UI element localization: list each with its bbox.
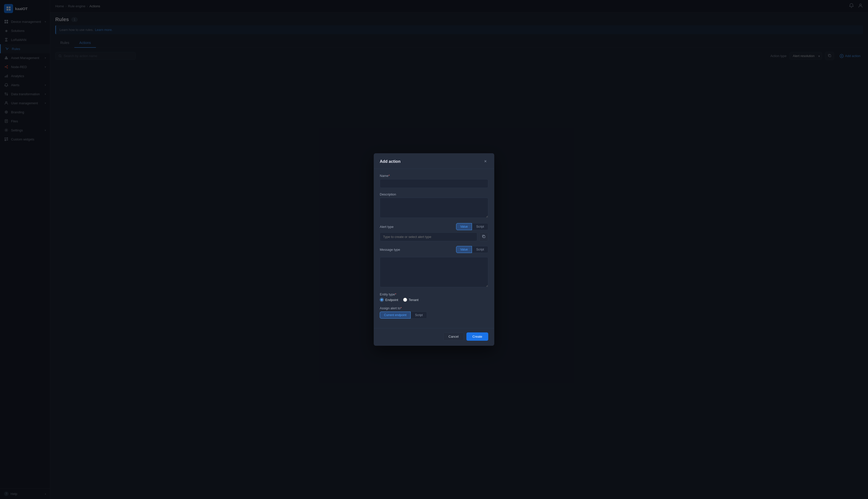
- message-type-script-btn[interactable]: Script: [472, 246, 488, 253]
- message-type-form-group: Message type Value Script: [380, 246, 488, 288]
- assign-alert-label: Assign alert to*: [380, 306, 488, 310]
- entity-type-tenant-label: Tenant: [409, 298, 419, 302]
- modal-title: Add action: [380, 159, 400, 164]
- message-type-value-btn[interactable]: Value: [456, 246, 472, 253]
- alert-type-toggle: Value Script: [456, 223, 488, 230]
- message-type-textarea[interactable]: [380, 257, 488, 287]
- alert-type-label: Alert type: [380, 225, 394, 229]
- name-input[interactable]: [380, 179, 488, 188]
- svg-rect-31: [483, 236, 485, 238]
- alert-type-label-row: Alert type Value Script: [380, 223, 488, 230]
- description-form-group: Description: [380, 193, 488, 219]
- assign-alert-script-btn[interactable]: Script: [411, 312, 427, 319]
- description-textarea[interactable]: [380, 198, 488, 218]
- add-action-modal: Add action × Name* Description Alert typ…: [374, 153, 494, 346]
- entity-type-tenant-radio[interactable]: [403, 298, 407, 302]
- create-button[interactable]: Create: [467, 332, 488, 341]
- entity-type-endpoint-option[interactable]: Endpoint: [380, 298, 398, 302]
- modal-footer: Cancel Create: [374, 328, 494, 346]
- entity-type-tenant-option[interactable]: Tenant: [403, 298, 419, 302]
- assign-alert-required-indicator: *: [400, 306, 401, 310]
- name-required-indicator: *: [388, 174, 390, 178]
- description-label: Description: [380, 193, 488, 196]
- assign-alert-form-group: Assign alert to* Current endpoint Script: [380, 306, 488, 319]
- assign-alert-current-btn[interactable]: Current endpoint: [380, 312, 411, 319]
- modal-overlay[interactable]: Add action × Name* Description Alert typ…: [0, 0, 868, 499]
- entity-type-endpoint-label: Endpoint: [385, 298, 398, 302]
- cancel-button[interactable]: Cancel: [443, 332, 464, 341]
- entity-type-form-group: Entity type* Endpoint Tenant: [380, 292, 488, 302]
- alert-type-script-btn[interactable]: Script: [472, 223, 488, 230]
- alert-type-value-btn[interactable]: Value: [456, 223, 472, 230]
- name-form-group: Name*: [380, 174, 488, 188]
- modal-body: Name* Description Alert type Value Scrip…: [374, 169, 494, 328]
- modal-close-button[interactable]: ×: [483, 158, 488, 165]
- entity-type-label: Entity type*: [380, 292, 488, 296]
- entity-type-endpoint-radio[interactable]: [380, 298, 384, 302]
- alert-type-input[interactable]: [380, 232, 477, 241]
- message-type-toggle: Value Script: [456, 246, 488, 253]
- assign-alert-toggle: Current endpoint Script: [380, 312, 488, 319]
- alert-type-copy-button[interactable]: [479, 232, 488, 242]
- modal-header: Add action ×: [374, 153, 494, 169]
- entity-type-required-indicator: *: [395, 292, 396, 296]
- alert-type-input-row: [380, 232, 488, 242]
- name-label: Name*: [380, 174, 488, 178]
- message-type-label: Message type: [380, 248, 400, 252]
- entity-type-radio-group: Endpoint Tenant: [380, 298, 488, 302]
- message-type-label-row: Message type Value Script: [380, 246, 488, 253]
- alert-type-form-group: Alert type Value Script: [380, 223, 488, 242]
